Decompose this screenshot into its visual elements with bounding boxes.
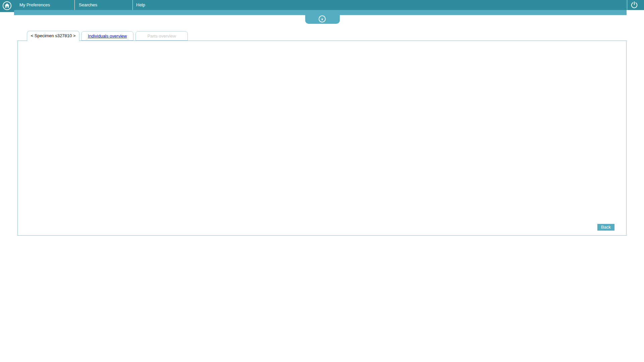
tab-individuals-overview[interactable]: Individuals overview [81, 31, 133, 41]
back-button[interactable]: Back [597, 224, 614, 231]
nav-divider [74, 0, 75, 10]
nav-item-help[interactable]: Help [136, 0, 145, 10]
tab-parts-overview: Parts overview [136, 31, 188, 41]
nav-item-my-preferences[interactable]: My Preferences [19, 0, 50, 10]
tab-individuals-overview-label: Individuals overview [88, 34, 127, 39]
tab-specimen[interactable]: < Specimen s327810 > [27, 31, 79, 41]
logout-button[interactable] [630, 1, 641, 10]
nav-divider [627, 0, 627, 10]
nav-item-searches[interactable]: Searches [79, 0, 97, 10]
home-button[interactable] [0, 0, 14, 12]
chevron-down-icon: ▼ [319, 15, 326, 22]
power-icon [630, 5, 639, 10]
secondary-bar [14, 10, 627, 15]
nav-divider [132, 0, 133, 10]
collapse-header-tab[interactable]: ▼ [305, 15, 340, 24]
content-container [17, 41, 627, 236]
